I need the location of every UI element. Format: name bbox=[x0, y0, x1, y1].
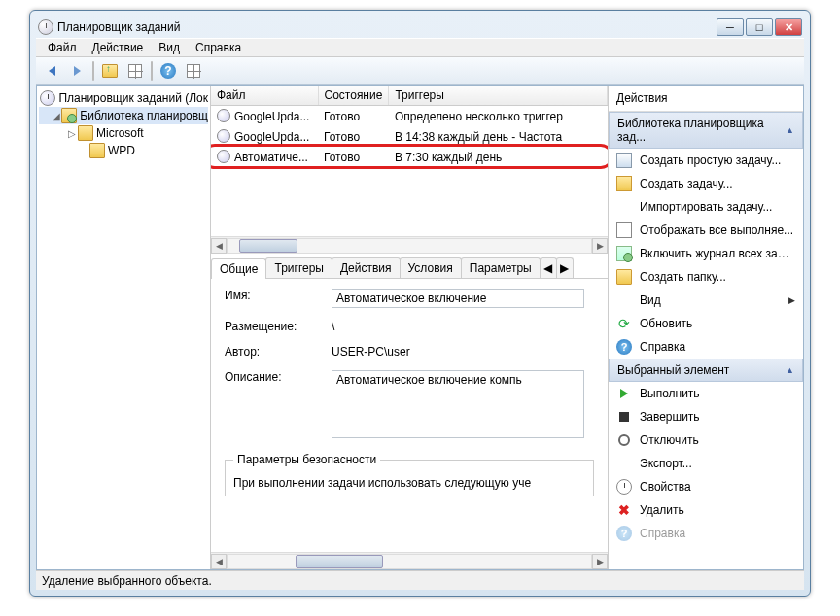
separator bbox=[92, 61, 94, 81]
name-field[interactable] bbox=[332, 289, 584, 308]
table-row[interactable]: GoogleUpda... Готово Определено нескольк… bbox=[211, 106, 608, 127]
minimize-button[interactable]: ─ bbox=[717, 18, 744, 36]
tab-scroll-right[interactable]: ▶ bbox=[556, 257, 574, 278]
security-title: Параметры безопасности bbox=[233, 453, 380, 466]
run-icon bbox=[616, 386, 632, 401]
tab-scroll-left[interactable]: ◀ bbox=[540, 257, 557, 278]
tab-general[interactable]: Общие bbox=[211, 258, 266, 279]
help-button[interactable]: ? bbox=[157, 59, 180, 83]
tree-microsoft[interactable]: ▷ Microsoft bbox=[39, 124, 208, 142]
chevron-up-icon: ▲ bbox=[786, 365, 794, 375]
cell-trig: В 14:38 каждый день - Частота bbox=[389, 126, 608, 147]
name-label: Имя: bbox=[225, 289, 332, 308]
scroll-track[interactable] bbox=[227, 554, 592, 569]
action-disable[interactable]: Отключить bbox=[609, 428, 803, 452]
app-icon bbox=[38, 19, 53, 35]
scroll-left-button[interactable]: ◀ bbox=[211, 238, 227, 254]
action-view[interactable]: Вид▶ bbox=[609, 289, 803, 312]
scroll-thumb[interactable] bbox=[239, 239, 298, 253]
row-name: Имя: bbox=[225, 289, 594, 308]
horizontal-scrollbar[interactable]: ◀ ▶ bbox=[211, 552, 608, 569]
security-text: При выполнении задачи использовать следу… bbox=[233, 476, 585, 490]
location-label: Размещение: bbox=[225, 320, 332, 333]
action-show-running[interactable]: Отображать все выполняе... bbox=[609, 219, 803, 242]
window-title: Планировщик заданий bbox=[57, 20, 717, 34]
tree-library[interactable]: ◢ Библиотека планировщ bbox=[39, 107, 208, 124]
table-row[interactable]: GoogleUpda... Готово В 14:38 каждый день… bbox=[211, 126, 608, 147]
author-value: USER-PC\user bbox=[332, 345, 594, 359]
tab-params[interactable]: Параметры bbox=[461, 257, 541, 278]
tree-wpd[interactable]: WPD bbox=[39, 142, 208, 159]
maximize-button[interactable]: □ bbox=[746, 18, 773, 36]
window: Планировщик заданий ─ □ ✕ Файл Действие … bbox=[29, 10, 811, 597]
menu-file[interactable]: Файл bbox=[40, 39, 85, 56]
up-button[interactable] bbox=[98, 59, 122, 83]
action-group-selected[interactable]: Выбранный элемент▲ bbox=[609, 359, 803, 382]
col-triggers[interactable]: Триггеры bbox=[389, 86, 608, 106]
arrow-left-icon bbox=[49, 66, 55, 76]
window-controls: ─ □ ✕ bbox=[717, 18, 802, 36]
action-end[interactable]: Завершить bbox=[609, 405, 803, 428]
action-help-2[interactable]: ?Справка bbox=[609, 522, 803, 545]
scroll-track[interactable] bbox=[227, 238, 592, 254]
collapse-icon[interactable]: ◢ bbox=[51, 111, 61, 121]
status-text: Удаление выбранного объекта. bbox=[42, 574, 212, 588]
scroll-thumb[interactable] bbox=[296, 555, 383, 568]
tab-conditions[interactable]: Условия bbox=[400, 257, 462, 278]
row-location: Размещение: \ bbox=[225, 320, 594, 333]
actions-title: Действия bbox=[609, 86, 803, 112]
cell-trig: Определено несколько триггер bbox=[389, 106, 608, 127]
scroll-right-button[interactable]: ▶ bbox=[592, 238, 608, 254]
tree-library-label: Библиотека планировщ bbox=[80, 109, 208, 122]
table-row-highlighted[interactable]: Автоматиче... Готово В 7:30 каждый день bbox=[211, 147, 608, 167]
cell-state: Готово bbox=[318, 147, 389, 167]
action-group-library[interactable]: Библиотека планировщика зад...▲ bbox=[609, 112, 803, 149]
action-create-task[interactable]: Создать задачу... bbox=[609, 172, 803, 195]
statusbar: Удаление выбранного объекта. bbox=[36, 570, 804, 590]
action-enable-log[interactable]: Включить журнал всех зада... bbox=[609, 242, 803, 265]
menu-action[interactable]: Действие bbox=[85, 39, 152, 56]
forward-button[interactable] bbox=[65, 59, 88, 83]
tree-root[interactable]: Планировщик заданий (Лок bbox=[39, 89, 208, 107]
menubar: Файл Действие Вид Справка bbox=[36, 38, 804, 57]
action-help[interactable]: ?Справка bbox=[609, 335, 803, 359]
folder-icon bbox=[616, 269, 632, 285]
running-icon bbox=[616, 222, 632, 238]
menu-view[interactable]: Вид bbox=[151, 39, 188, 56]
close-button[interactable]: ✕ bbox=[775, 18, 802, 36]
scroll-left-button[interactable]: ◀ bbox=[211, 554, 227, 569]
row-description: Описание: bbox=[225, 370, 594, 441]
action-export[interactable]: Экспорт... bbox=[609, 452, 803, 475]
col-file[interactable]: Файл bbox=[211, 86, 318, 106]
tab-actions[interactable]: Действия bbox=[332, 257, 401, 278]
help-icon: ? bbox=[616, 339, 632, 355]
action-create-basic[interactable]: Создать простую задачу... bbox=[609, 149, 803, 172]
expand-icon[interactable]: ▷ bbox=[66, 128, 78, 139]
desc-field[interactable] bbox=[332, 370, 584, 438]
tree-panel: Планировщик заданий (Лок ◢ Библиотека пл… bbox=[37, 86, 211, 569]
wizard-icon bbox=[616, 153, 632, 168]
action-delete[interactable]: ✖Удалить bbox=[609, 498, 803, 522]
table-header-row: Файл Состояние Триггеры bbox=[211, 86, 608, 106]
menu-help[interactable]: Справка bbox=[188, 39, 249, 56]
action-new-folder[interactable]: Создать папку... bbox=[609, 265, 803, 289]
details-panel: Имя: Размещение: \ Автор: USER-PC\user О… bbox=[211, 279, 608, 552]
cell-state: Готово bbox=[318, 106, 389, 127]
properties-icon bbox=[616, 479, 632, 495]
author-label: Автор: bbox=[225, 345, 332, 359]
scroll-right-button[interactable]: ▶ bbox=[592, 554, 608, 569]
action-run[interactable]: Выполнить bbox=[609, 382, 803, 405]
tab-triggers[interactable]: Триггеры bbox=[265, 257, 332, 278]
titlebar[interactable]: Планировщик заданий ─ □ ✕ bbox=[36, 17, 804, 38]
layout-button[interactable] bbox=[182, 59, 205, 83]
back-button[interactable] bbox=[40, 59, 63, 83]
detail-tabs: Общие Триггеры Действия Условия Параметр… bbox=[211, 254, 608, 279]
horizontal-scrollbar[interactable]: ◀ ▶ bbox=[211, 236, 608, 254]
action-properties[interactable]: Свойства bbox=[609, 475, 803, 498]
center-panel: Файл Состояние Триггеры GoogleUpda... Го… bbox=[211, 86, 609, 569]
disable-icon bbox=[616, 432, 632, 448]
col-state[interactable]: Состояние bbox=[318, 86, 389, 106]
panel-button[interactable] bbox=[123, 59, 147, 83]
action-import[interactable]: Импортировать задачу... bbox=[609, 195, 803, 219]
action-refresh[interactable]: ⟳Обновить bbox=[609, 312, 803, 335]
